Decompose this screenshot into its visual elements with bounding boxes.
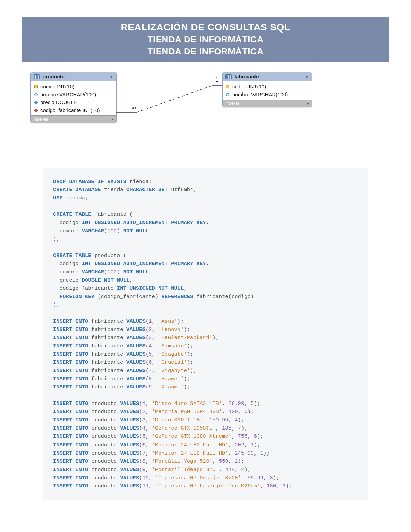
kw: USE <box>53 195 63 201</box>
kw: DROP DATABASE IF EXISTS <box>53 178 126 185</box>
entity-producto-body: codigo INT(10) nombre VARCHAR(100) preci… <box>31 81 116 115</box>
chevron-right-icon: ▸ <box>112 117 114 122</box>
entity-producto-title: producto <box>42 74 65 79</box>
column-text: codigo INT(10) <box>232 84 266 89</box>
diamond-icon <box>34 101 38 104</box>
column-text: precio DOUBLE <box>40 99 77 105</box>
column-text: codigo INT(10) <box>40 84 74 89</box>
fk-icon <box>34 109 38 112</box>
column-row: codigo INT(10) <box>31 83 116 90</box>
entity-fabricante: fabricante ▼ codigo INT(10) nombre VARCH… <box>222 72 312 107</box>
entity-fabricante-body: codigo INT(10) nombre VARCHAR(100) <box>223 81 312 100</box>
chevron-down-icon: ▼ <box>109 74 114 79</box>
table-icon <box>225 74 232 79</box>
banner-line-3: TIENDA DE INFORMÁTICA <box>22 46 389 57</box>
chevron-down-icon: ▼ <box>304 74 309 79</box>
diamond-icon <box>34 93 38 96</box>
column-text: nombre VARCHAR(100) <box>232 91 288 97</box>
column-text: codigo_fabricante INT(10) <box>40 107 100 113</box>
chevron-right-icon: ▸ <box>307 101 309 106</box>
entity-fabricante-title: fabricante <box>234 74 259 79</box>
inserts-producto: INSERT INTO producto VALUES(1, 'Disco du… <box>53 400 292 489</box>
entity-producto: producto ▼ codigo INT(10) nombre VARCHAR… <box>30 72 117 123</box>
column-row: nombre VARCHAR(100) <box>223 90 312 98</box>
banner-line-1: REALIZACIÓN DE CONSULTAS SQL <box>22 22 389 33</box>
svg-line-1 <box>137 86 212 112</box>
db-name: tienda <box>129 178 149 185</box>
table-icon <box>34 74 40 79</box>
key-icon <box>34 85 38 88</box>
entity-fabricante-header: fabricante ▼ <box>223 72 312 81</box>
entity-producto-footer: Indexes ▸ <box>31 115 116 123</box>
er-diagram: producto ▼ codigo INT(10) nombre VARCHAR… <box>30 72 381 144</box>
key-icon <box>226 85 229 88</box>
column-row: codigo INT(10) <box>223 83 312 90</box>
entity-producto-header: producto ▼ <box>31 72 116 81</box>
relationship-line <box>116 72 226 130</box>
column-text: nombre VARCHAR(100) <box>40 91 96 97</box>
column-row: nombre VARCHAR(100) <box>31 90 116 98</box>
column-row: precio DOUBLE <box>31 98 116 106</box>
cardinality-many: ∞ <box>132 104 136 111</box>
indexes-label: Indexes <box>225 101 240 106</box>
sql-code-block: DROP DATABASE IF EXISTS tienda; CREATE D… <box>43 168 368 500</box>
entity-fabricante-footer: Indexes ▸ <box>223 100 312 107</box>
kw: CREATE DATABASE <box>53 187 101 193</box>
column-row: codigo_fabricante INT(10) <box>31 106 116 114</box>
inserts-fabricante: INSERT INTO fabricante VALUES(1, 'Asus')… <box>53 318 219 390</box>
cardinality-one: 1 <box>215 77 219 83</box>
title-banner: REALIZACIÓN DE CONSULTAS SQL TIENDA DE I… <box>22 17 389 62</box>
indexes-label: Indexes <box>34 117 48 122</box>
banner-line-2: TIENDA DE INFORMÁTICA <box>22 34 389 45</box>
diamond-icon <box>226 93 229 96</box>
